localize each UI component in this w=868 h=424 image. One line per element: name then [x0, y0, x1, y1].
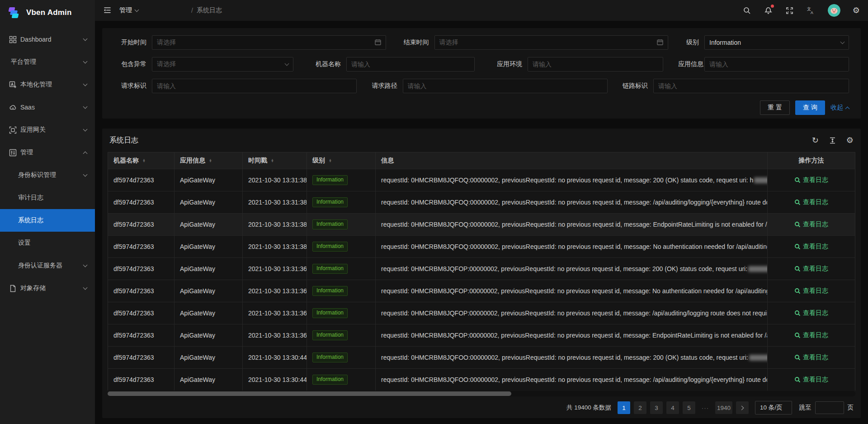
cell-message: requestId: 0HMCRBM8JQFOP:00000002, previ… — [376, 302, 768, 324]
page-button[interactable]: ··· — [699, 401, 712, 414]
magnifier-icon — [794, 354, 801, 361]
notification-bell-icon[interactable] — [764, 6, 773, 15]
cell-app-info: ApiGateWay — [175, 347, 243, 368]
jump-page-input[interactable] — [815, 401, 844, 414]
logs-table: 机器名称▲▼ 应用信息▲▼ 时间戳▲▼ 级别▲▼ 信息 操作方法 df5974d… — [108, 152, 855, 391]
horizontal-scrollbar-thumb[interactable] — [108, 391, 511, 396]
app-info-input[interactable] — [709, 61, 844, 68]
reset-button[interactable]: 重 置 — [760, 100, 790, 115]
view-log-link[interactable]: 查看日志 — [794, 309, 828, 317]
sidebar-item-localization[interactable]: 本地化管理 — [0, 73, 95, 96]
page-button[interactable]: 3 — [650, 401, 663, 414]
column-header-level[interactable]: 级别▲▼ — [307, 152, 376, 169]
table-row[interactable]: df5974d72363 ApiGateWay 2021-10-30 13:31… — [108, 302, 855, 324]
logo[interactable]: Vben Admin — [0, 0, 95, 25]
breadcrumb-separator: / — [191, 7, 193, 14]
column-header-app-info[interactable]: 应用信息▲▼ — [175, 152, 243, 169]
sort-icon[interactable]: ▲▼ — [209, 159, 212, 162]
cell-timestamp: 2021-10-30 13:31:36 — [243, 302, 307, 324]
query-button[interactable]: 查 询 — [795, 100, 825, 115]
view-log-link[interactable]: 查看日志 — [794, 198, 828, 206]
cell-machine-name: df5974d72363 — [108, 324, 175, 346]
breadcrumb-parent[interactable]: 管理 — [119, 6, 188, 14]
level-badge: Information — [312, 308, 348, 319]
request-id-input[interactable] — [157, 82, 352, 90]
sidebar-item-identity-management[interactable]: 身份标识管理 — [0, 164, 95, 186]
sidebar-item-system-logs[interactable]: 系统日志 — [0, 209, 95, 232]
view-log-link[interactable]: 查看日志 — [794, 220, 828, 229]
row-height-icon[interactable] — [829, 137, 836, 144]
view-log-link[interactable]: 查看日志 — [794, 376, 828, 384]
sidebar-item-management[interactable]: 管理 — [0, 141, 95, 164]
view-log-link[interactable]: 查看日志 — [794, 287, 828, 295]
sort-icon[interactable]: ▲▼ — [329, 159, 332, 162]
page-suffix: 页 — [848, 404, 854, 412]
vben-logo-icon — [8, 6, 22, 19]
search-icon[interactable] — [743, 6, 752, 15]
view-log-link[interactable]: 查看日志 — [794, 265, 828, 273]
table-row[interactable]: df5974d72363 ApiGateWay 2021-10-30 13:30… — [108, 368, 855, 391]
page-size-select[interactable]: 10 条/页 — [755, 401, 792, 414]
table-row[interactable]: df5974d72363 ApiGateWay 2021-10-30 13:30… — [108, 346, 855, 368]
sidebar-item-object-storage[interactable]: 对象存储 — [0, 277, 95, 300]
level-select[interactable]: Information — [704, 35, 849, 50]
cell-level: Information — [307, 236, 376, 257]
table-row[interactable]: df5974d72363 ApiGateWay 2021-10-30 13:31… — [108, 280, 855, 302]
translate-icon[interactable]: 文A — [807, 6, 816, 15]
column-header-timestamp[interactable]: 时间戳▲▼ — [243, 152, 307, 169]
table-row[interactable]: df5974d72363 ApiGateWay 2021-10-30 13:31… — [108, 213, 855, 235]
view-log-link[interactable]: 查看日志 — [794, 353, 828, 362]
level-badge: Information — [312, 219, 348, 230]
view-log-link[interactable]: 查看日志 — [794, 331, 828, 339]
view-log-link[interactable]: 查看日志 — [794, 243, 828, 251]
pagination: 共 19400 条数据 1 2 3 4 5 ··· 1940 — [102, 397, 861, 418]
menu-fold-icon[interactable] — [103, 6, 112, 15]
trace-id-input[interactable] — [658, 82, 844, 90]
table-row[interactable]: df5974d72363 ApiGateWay 2021-10-30 13:31… — [108, 169, 855, 191]
settings-gear-icon[interactable]: ⚙ — [853, 6, 860, 14]
view-log-link[interactable]: 查看日志 — [794, 176, 828, 184]
cell-machine-name: df5974d72363 — [108, 347, 175, 368]
sidebar-item-platform-management[interactable]: 平台管理 — [0, 51, 95, 73]
sidebar-item-gateway[interactable]: 应用网关 — [0, 119, 95, 141]
include-exception-select[interactable]: 请选择 — [152, 57, 293, 71]
column-header-machine-name[interactable]: 机器名称▲▼ — [108, 152, 175, 169]
system-logs-panel: 系统日志 ↻ ⚙ 机器名称▲▼ 应用信息▲▼ 时间戳▲▼ 级别▲▼ 信息 操作方… — [102, 129, 861, 418]
sidebar-item-audit-logs[interactable]: 审计日志 — [0, 186, 95, 209]
machine-name-input[interactable] — [351, 61, 470, 68]
page-button[interactable]: 2 — [634, 401, 646, 414]
end-time-datepicker[interactable]: 请选择 — [434, 35, 668, 50]
request-path-input[interactable] — [408, 82, 603, 90]
level-badge: Information — [312, 286, 348, 296]
sort-icon[interactable]: ▲▼ — [271, 159, 274, 162]
user-avatar[interactable] — [828, 4, 840, 17]
start-time-datepicker[interactable]: 请选择 — [152, 35, 386, 50]
horizontal-scrollbar — [108, 391, 855, 396]
page-button[interactable]: 4 — [666, 401, 679, 414]
sidebar-item-saas[interactable]: Saas — [0, 96, 95, 119]
table-row[interactable]: df5974d72363 ApiGateWay 2021-10-30 13:31… — [108, 324, 855, 346]
cell-app-info: ApiGateWay — [175, 302, 243, 324]
table-settings-gear-icon[interactable]: ⚙ — [846, 136, 854, 144]
cell-actions: 查看日志 — [768, 236, 855, 257]
table-row[interactable]: df5974d72363 ApiGateWay 2021-10-30 13:31… — [108, 257, 855, 280]
page-button[interactable]: 5 — [683, 401, 695, 414]
sort-icon[interactable]: ▲▼ — [142, 159, 146, 162]
cell-timestamp: 2021-10-30 13:31:38 — [243, 214, 307, 235]
sidebar-item-settings[interactable]: 设置 — [0, 232, 95, 254]
app-env-input[interactable] — [533, 61, 658, 68]
cell-app-info: ApiGateWay — [175, 214, 243, 235]
cell-timestamp: 2021-10-30 13:31:38 — [243, 191, 307, 213]
page-button[interactable]: 1 — [618, 401, 630, 414]
fullscreen-icon[interactable] — [785, 6, 794, 15]
next-page-button[interactable] — [736, 401, 749, 414]
collapse-filter-link[interactable]: 收起 — [830, 104, 849, 112]
sidebar-item-dashboard[interactable]: Dashboard — [0, 28, 95, 51]
refresh-icon[interactable]: ↻ — [812, 136, 819, 144]
sidebar-item-auth-server[interactable]: 身份认证服务器 — [0, 254, 95, 277]
page-button[interactable]: 1940 — [715, 401, 732, 414]
chevron-down-icon — [83, 263, 88, 267]
cell-machine-name: df5974d72363 — [108, 169, 175, 191]
table-row[interactable]: df5974d72363 ApiGateWay 2021-10-30 13:31… — [108, 191, 855, 213]
table-row[interactable]: df5974d72363 ApiGateWay 2021-10-30 13:31… — [108, 235, 855, 257]
